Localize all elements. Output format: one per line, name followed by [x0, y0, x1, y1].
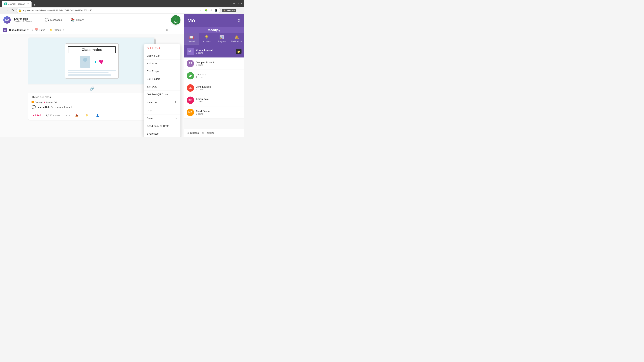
share-button[interactable]: 📤 1 — [74, 113, 82, 117]
student-list: Mo Class Journal 3 posts 📁 SS Sample Stu… — [184, 45, 244, 129]
tab-progress[interactable]: 📊 Progress — [214, 33, 229, 45]
journal-chevron-icon[interactable]: ▾ — [27, 28, 28, 31]
dropdown-get-qr[interactable]: Get Post QR Code — [144, 90, 180, 98]
folder-chevron-icon[interactable]: ▾ — [63, 28, 64, 31]
grid-view-button[interactable]: ⊞ — [177, 27, 181, 33]
new-tab-button[interactable]: + — [32, 3, 37, 7]
dropdown-delete[interactable]: Delete Post — [144, 44, 180, 52]
line-2 — [68, 72, 108, 73]
dropdown-edit-folders[interactable]: Edit Folders — [144, 75, 180, 83]
add-label: Add — [174, 21, 178, 23]
tab-journal[interactable]: 📖 Journal — [184, 33, 199, 45]
close-button[interactable]: ✕ — [240, 2, 242, 5]
post-area[interactable]: Delete Post Copy & Edit Edit Post Edit P… — [0, 34, 184, 137]
sidebar-footer: ⊕ Students ⊕ Families — [184, 129, 244, 137]
forward-button[interactable]: › — [6, 8, 9, 13]
dates-nav[interactable]: 📅 Dates — [34, 28, 45, 31]
class-journal-folder-icon[interactable]: 📁 — [236, 49, 242, 54]
class-journal-posts: 3 posts — [196, 52, 234, 54]
add-button[interactable]: + Add — [171, 15, 180, 25]
library-label: Library — [76, 18, 84, 21]
incognito-icon: 🕵 — [224, 9, 226, 11]
library-nav-item[interactable]: 📚 Library — [68, 16, 86, 23]
active-tab[interactable]: S Journal - Seesaw × — [2, 1, 32, 7]
user-avatar[interactable]: LD — [3, 16, 11, 24]
dropdown-send-draft[interactable]: Send Back as Draft — [144, 122, 180, 130]
back-button[interactable]: ‹ — [2, 8, 5, 13]
top-nav: LD Lauren Deli Teacher - 2 Classes 💬 Mes… — [0, 14, 184, 26]
address-bar[interactable]: 🔒 app.seesaw.me/#/class/class.e01bf4c2-9… — [16, 8, 221, 13]
liked-heart-icon: ♥ — [33, 114, 34, 117]
filter-tool-button[interactable]: ⚙ — [165, 27, 169, 33]
main-content: LD Lauren Deli Teacher - 2 Classes 💬 Mes… — [0, 14, 184, 137]
post-body: This is our class! Drawing ♥ Lauren Deli… — [28, 93, 156, 120]
student-posts-karen: 2 posts — [196, 100, 242, 103]
reload-button[interactable]: ↻ — [10, 8, 15, 13]
maximize-button[interactable]: □ — [237, 2, 238, 5]
download-icon[interactable]: ⬇ — [209, 8, 213, 12]
dropdown-edit-date[interactable]: Edit Date — [144, 83, 180, 90]
dropdown-copy-edit[interactable]: Copy & Edit — [144, 52, 180, 60]
students-footer-button[interactable]: ⊕ Students — [187, 131, 200, 135]
comment-count-button[interactable]: ↩ 2 — [64, 113, 71, 117]
post-tags: Drawing ♥ Lauren Deli — [32, 101, 152, 104]
classmates-title: Classmates — [68, 46, 116, 53]
extensions-icon[interactable]: 🧩 — [204, 8, 208, 12]
sidebar-settings-icon[interactable]: ⚙ — [238, 18, 241, 23]
student-item-mordi[interactable]: MS Mordi Seem 2 posts — [184, 106, 244, 119]
student-name-sample: Sample Student — [196, 61, 242, 64]
activities-tab-label: Activities — [202, 40, 210, 42]
families-footer-label: Families — [206, 132, 214, 134]
student-info-john: John Louises 2 posts — [196, 85, 242, 91]
user-info: Lauren Deli Teacher - 2 Classes — [14, 17, 32, 22]
library-icon: 📚 — [70, 18, 75, 22]
bookmark-icon[interactable]: ☆ — [199, 8, 202, 12]
link-icon[interactable]: 🔗 — [90, 86, 94, 91]
dropdown-pin-top[interactable]: Pin to Top ⬆ — [144, 98, 180, 107]
folders-nav[interactable]: 📁 Folders — [49, 28, 62, 31]
student-item-karen[interactable]: KD Karen Dale 2 posts — [184, 94, 244, 106]
chevron-right-icon[interactable]: › — [46, 28, 48, 31]
dropdown-edit-post[interactable]: Edit Post — [144, 60, 180, 67]
chevron-left-icon[interactable]: ‹ — [32, 28, 33, 31]
browser-more-button[interactable]: ⋮ — [238, 8, 242, 13]
sidebar-header: Mo ⚙ — [184, 14, 244, 27]
dropdown-share-item[interactable]: Share Item — [144, 130, 180, 137]
comment-button[interactable]: 💬 Comment — [45, 113, 62, 117]
messages-label: Messages — [50, 18, 62, 21]
tab-activities[interactable]: 💡 Activities — [199, 33, 214, 45]
post-text: This is our class! — [32, 96, 152, 99]
list-view-button[interactable]: ☰ — [171, 27, 175, 33]
phone-icon[interactable]: 📱 — [214, 8, 218, 12]
dropdown-print[interactable]: Print — [144, 107, 180, 114]
action-bar: ♥ Liked 💬 Comment ↩ 2 📤 — [32, 111, 152, 117]
user-name: Lauren Deli — [14, 17, 32, 20]
student-name-john: John Louises — [196, 85, 242, 88]
folder-button[interactable]: 📁 1 — [84, 113, 92, 117]
person-button[interactable]: 👤 — [95, 113, 100, 117]
student-item-john[interactable]: JL John Louises 2 posts — [184, 82, 244, 94]
student-item-jackpot[interactable]: JP Jack Pot 2 posts — [184, 70, 244, 82]
content-lines — [68, 70, 116, 76]
student-posts-sample: 3 posts — [196, 64, 242, 66]
messages-nav-item[interactable]: 💬 Messages — [42, 16, 64, 23]
student-info-sample: Sample Student 3 posts — [196, 61, 242, 66]
journal-title: Class Journal — [9, 28, 26, 31]
commenter-name: Lauren Deli — [37, 106, 50, 108]
folder-action-icon: 📁 — [86, 114, 88, 117]
tab-close-btn[interactable]: × — [27, 2, 29, 5]
families-footer-button[interactable]: ⊕ Families — [202, 131, 214, 135]
calendar-icon: 📅 — [34, 28, 38, 31]
minimize-button[interactable]: ─ — [234, 2, 235, 5]
class-journal-list-item[interactable]: Mo Class Journal 3 posts 📁 — [184, 45, 244, 57]
student-info-jackpot: Jack Pot 2 posts — [196, 73, 242, 78]
liked-button[interactable]: ♥ Liked — [32, 113, 42, 117]
students-plus-icon: ⊕ — [187, 131, 189, 135]
link-section: 🔗 — [28, 84, 156, 93]
comment-row: 💬 Lauren Deli I've checked this out! — [32, 105, 152, 109]
tab-notifications[interactable]: 🔔 Notifications — [229, 33, 244, 45]
drawing-tag-icon — [32, 101, 34, 103]
dropdown-edit-people[interactable]: Edit People — [144, 67, 180, 75]
student-item-sample[interactable]: SS Sample Student 3 posts — [184, 57, 244, 70]
dropdown-save[interactable]: Save M — [144, 114, 180, 122]
